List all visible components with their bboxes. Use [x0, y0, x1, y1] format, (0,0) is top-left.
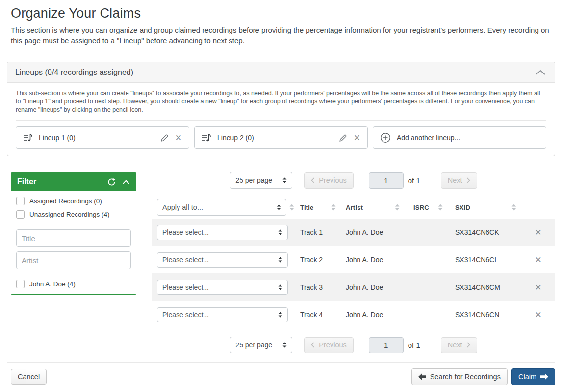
previous-page-button[interactable]: Previous: [304, 172, 353, 189]
page-number-input[interactable]: [369, 337, 404, 353]
select-caret-icon: [282, 342, 287, 348]
next-page-button[interactable]: Next: [441, 337, 477, 353]
chevron-right-icon: [466, 177, 470, 183]
next-page-button[interactable]: Next: [441, 172, 477, 189]
filter-artist-section: John A. Doe (4): [11, 273, 136, 294]
apply-all-select[interactable]: Apply all to...: [157, 199, 286, 216]
rename-pencil-icon[interactable]: [339, 134, 347, 142]
lineup-cards: Lineup 1 (0) ✕: [16, 126, 546, 149]
per-page-value: 25 per page: [235, 176, 272, 184]
title-filter-input[interactable]: [16, 229, 131, 247]
unassigned-recordings-checkbox[interactable]: [16, 210, 25, 219]
divider: [16, 120, 546, 121]
column-header-isrc[interactable]: ISRC: [405, 204, 448, 211]
artist-filter-input[interactable]: [16, 251, 131, 269]
cancel-label: Cancel: [18, 373, 40, 381]
isrc-column-label: ISRC: [413, 204, 429, 211]
artist-checkbox[interactable]: [16, 280, 25, 288]
sort-artist-icon[interactable]: [395, 204, 400, 211]
arrow-left-icon: [418, 373, 426, 380]
lineup-assign-value: Please select...: [162, 311, 209, 318]
artist-filter-row[interactable]: John A. Doe (4): [16, 277, 131, 291]
unassigned-recordings-label: Unassigned Recordings (4): [29, 211, 110, 218]
lineups-description: This sub-section is where your can creat…: [16, 89, 546, 114]
sort-isrc-icon[interactable]: [438, 204, 443, 211]
cell-artist: John A. Doe: [341, 228, 405, 236]
apply-all-value: Apply all to...: [162, 203, 203, 211]
remove-recording-icon[interactable]: ✕: [535, 228, 541, 237]
title-column-label: Title: [300, 204, 314, 211]
select-caret-icon: [282, 177, 287, 183]
table-row: Please select... Track 2 John A. Doe SX3…: [152, 246, 555, 273]
playlist-music-icon: [202, 133, 211, 143]
select-caret-icon: [278, 312, 282, 318]
sort-sxid-icon[interactable]: [511, 204, 516, 211]
rename-pencil-icon[interactable]: [160, 134, 169, 142]
assigned-recordings-label: Assigned Recordings (0): [29, 197, 102, 205]
next-label: Next: [448, 176, 462, 184]
per-page-select[interactable]: 25 per page: [230, 172, 292, 189]
pagination-bottom: 25 per page Previous of 1 Next: [152, 336, 555, 354]
collapse-filter-chevron-up-icon[interactable]: [122, 179, 130, 185]
per-page-select[interactable]: 25 per page: [230, 337, 292, 353]
filter-text-section: [11, 225, 136, 273]
add-lineup-card[interactable]: Add another lineup...: [373, 126, 546, 149]
filter-panel: Filter Assigned Recordings (0) Unassigne…: [11, 172, 136, 295]
footer-divider: [7, 362, 555, 363]
sort-lineup-icon[interactable]: [289, 204, 294, 211]
lineup-assign-select[interactable]: Please select...: [157, 280, 288, 295]
lineups-panel-header[interactable]: Lineups (0/4 recordings assigned): [7, 62, 555, 83]
remove-recording-icon[interactable]: ✕: [535, 256, 541, 264]
filter-header: Filter: [11, 173, 136, 191]
plus-circle-icon: [380, 132, 391, 143]
cell-title: Track 2: [294, 256, 341, 264]
assigned-recordings-checkbox[interactable]: [16, 197, 25, 205]
remove-lineup-icon[interactable]: ✕: [354, 134, 360, 142]
organize-claims-page: { "page": { "title": "Organize Your Clai…: [0, 0, 562, 392]
lineup-label: Lineup 1 (0): [39, 134, 76, 142]
remove-recording-icon[interactable]: ✕: [535, 283, 541, 292]
cell-sxid: SX314CN6CK: [448, 228, 521, 236]
unassigned-recordings-filter[interactable]: Unassigned Recordings (4): [16, 208, 131, 221]
table-row: Please select... Track 3 John A. Doe SX3…: [152, 273, 555, 301]
collapse-chevron-up-icon[interactable]: [534, 69, 547, 76]
footer-actions: Search for Recordings Claim: [411, 368, 555, 385]
search-for-recordings-label: Search for Recordings: [430, 373, 501, 381]
cell-title: Track 4: [294, 311, 341, 318]
cancel-button[interactable]: Cancel: [11, 369, 47, 385]
chevron-left-icon: [311, 177, 315, 183]
table-header-row: Apply all to... Title Artist ISRC SXID: [152, 196, 555, 219]
lineup-assign-select[interactable]: Please select...: [157, 225, 288, 240]
column-header-title[interactable]: Title: [294, 204, 341, 211]
column-header-sxid[interactable]: SXID: [448, 204, 521, 211]
lineup-card-2[interactable]: Lineup 2 (0) ✕: [194, 126, 368, 149]
lineup-assign-value: Please select...: [162, 283, 209, 291]
assigned-recordings-filter[interactable]: Assigned Recordings (0): [16, 195, 131, 208]
lineup-card-1[interactable]: Lineup 1 (0) ✕: [16, 126, 189, 149]
remove-lineup-icon[interactable]: ✕: [175, 134, 182, 142]
chevron-left-icon: [311, 342, 315, 348]
cell-title: Track 3: [294, 283, 341, 291]
previous-page-button[interactable]: Previous: [304, 337, 353, 353]
sxid-column-label: SXID: [455, 204, 470, 211]
sort-title-icon[interactable]: [331, 204, 336, 211]
lineups-panel: Lineups (0/4 recordings assigned) This s…: [7, 62, 555, 156]
remove-recording-icon[interactable]: ✕: [535, 311, 541, 319]
table-row: Please select... Track 4 John A. Doe SX3…: [152, 301, 555, 328]
page-number-input[interactable]: [369, 172, 404, 189]
recordings-table-area: 25 per page Previous of 1 Next Apply all…: [152, 172, 555, 354]
column-header-artist[interactable]: Artist: [341, 204, 405, 211]
lineup-label: Lineup 2 (0): [217, 134, 254, 142]
search-for-recordings-button[interactable]: Search for Recordings: [411, 368, 508, 385]
page-count-label: of 1: [408, 176, 420, 185]
artist-column-label: Artist: [346, 204, 363, 211]
previous-label: Previous: [319, 341, 346, 349]
cell-artist: John A. Doe: [341, 256, 405, 264]
reset-filter-icon[interactable]: [107, 178, 116, 186]
claim-button[interactable]: Claim: [511, 368, 555, 385]
lineup-assign-select[interactable]: Please select...: [157, 307, 288, 322]
lineup-assign-select[interactable]: Please select...: [157, 252, 288, 268]
lineup-assign-value: Please select...: [162, 256, 209, 264]
cell-sxid: SX314CN6CN: [448, 311, 521, 318]
next-label: Next: [448, 341, 462, 349]
